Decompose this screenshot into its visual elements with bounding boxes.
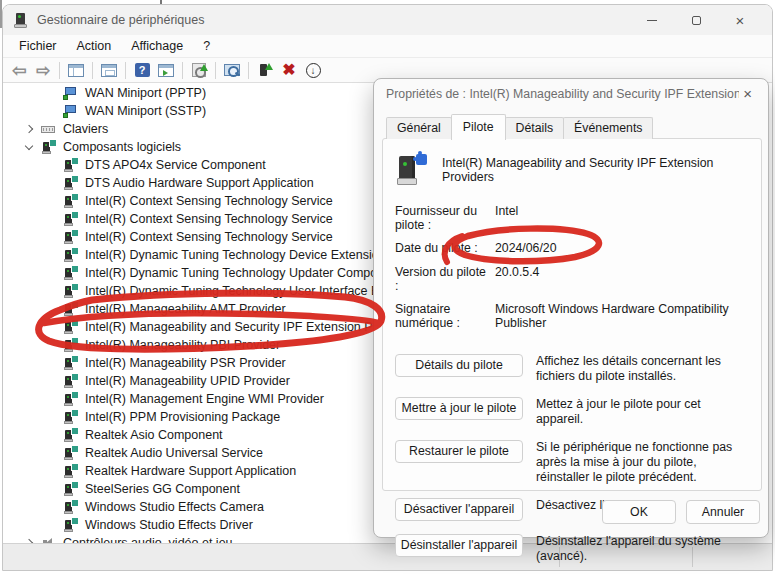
tree-item-label: Intel(R) Dynamic Tuning Technology Updat… — [85, 266, 391, 280]
toolbar-button-show-console-tree[interactable] — [64, 60, 88, 81]
toolbar-button-properties[interactable] — [97, 60, 121, 81]
tree-item-label: DTS Audio Hardware Support Application — [85, 176, 314, 190]
driver-info-row: Signataire numérique : Microsoft Windows… — [395, 302, 751, 331]
toolbar-button-forward[interactable]: ⇨ — [31, 60, 55, 81]
tree-item-label: Intel(R) Manageability AMT Provider — [85, 302, 286, 316]
action-description: Mettez à jour le pilote pour cet apparei… — [536, 397, 751, 427]
tree-item-label: Intel(R) Dynamic Tuning Technology Devic… — [85, 248, 398, 262]
toolbar-button-help[interactable]: ? — [130, 60, 154, 81]
device-header: Intel(R) Manageability and Security IPF … — [383, 139, 761, 194]
software-component-icon — [63, 428, 78, 443]
field-value: Intel — [495, 204, 743, 232]
field-value: 20.0.5.4 — [495, 265, 743, 293]
tree-item-label: SteelSeries GG Component — [85, 482, 240, 496]
field-value: 2024/06/20 — [495, 241, 743, 256]
driver-action-row: Restaurer le pilote Si le périphérique n… — [395, 440, 751, 485]
software-component-icon — [63, 356, 78, 371]
tree-item-label: Intel(R) Manageability PBI Provider — [85, 338, 280, 352]
menu-item-affichage[interactable]: Affichage — [121, 37, 193, 55]
device-icon — [395, 152, 429, 188]
network-adapter-icon — [63, 104, 78, 119]
maximize-icon — [692, 16, 701, 25]
toolbar-button-scan-hardware-changes[interactable] — [187, 60, 211, 81]
help-icon: ? — [135, 63, 150, 77]
driver-tab-page: Intel(R) Manageability and Security IPF … — [382, 138, 762, 491]
ok-button[interactable]: OK — [602, 500, 676, 524]
action-description: Si le périphérique ne fonctionne pas apr… — [536, 440, 751, 485]
field-label: Signataire numérique : — [395, 302, 491, 331]
software-component-icon — [63, 518, 78, 533]
d-sinstaller-l-appareil-button[interactable]: Désinstaller l'appareil — [395, 534, 523, 557]
toolbar-button-back[interactable]: ⇦ — [7, 60, 31, 81]
tree-item-label: WAN Miniport (SSTP) — [85, 104, 206, 118]
driver-info-row: Date du pilote : 2024/06/20 — [395, 241, 751, 256]
tree-item-label: Intel(R) Dynamic Tuning Technology User … — [85, 284, 396, 298]
disable-device-icon: ↓ — [306, 63, 321, 78]
dialog-close-button[interactable]: × — [739, 84, 756, 103]
mettre-jour-le-pilote-button[interactable]: Mettre à jour le pilote — [395, 397, 523, 420]
device-name: Intel(R) Manageability and Security IPF … — [442, 156, 751, 184]
driver-info-row: Version du pilote : 20.0.5.4 — [395, 265, 751, 293]
console-tree-icon — [68, 64, 84, 77]
tree-expander-chevron-right-icon[interactable] — [25, 125, 33, 133]
tab-d-tails[interactable]: Détails — [505, 117, 565, 139]
scan-hardware-icon — [192, 63, 206, 77]
network-adapter-icon — [63, 86, 78, 101]
toolbar-button-update-driver[interactable] — [253, 60, 277, 81]
driver-info-row: Fournisseur du pilote : Intel — [395, 204, 751, 232]
software-component-icon — [63, 320, 78, 335]
restaurer-le-pilote-button[interactable]: Restaurer le pilote — [395, 440, 523, 463]
tree-item-label: Realtek Asio Component — [85, 428, 223, 442]
software-component-icon — [63, 194, 78, 209]
menu-item-action[interactable]: Action — [67, 37, 122, 55]
tree-item-label: Intel(R) Context Sensing Technology Serv… — [85, 212, 333, 226]
device-manager-app-icon — [13, 13, 28, 28]
software-component-icon — [63, 158, 78, 173]
menu-item-fichier[interactable]: Fichier — [9, 37, 67, 55]
tab-g-n-ral[interactable]: Général — [386, 117, 452, 139]
forward-icon: ⇨ — [36, 62, 50, 79]
tree-item-label: Intel(R) Context Sensing Technology Serv… — [85, 194, 333, 208]
tab-strip: GénéralPiloteDétailsÉvénements — [386, 115, 652, 139]
software-component-icon — [63, 230, 78, 245]
keyboard-icon — [41, 122, 56, 137]
software-component-icon — [63, 464, 78, 479]
driver-info: Fournisseur du pilote : Intel Date du pi… — [383, 194, 761, 331]
dialog-title: Propriétés de : Intel(R) Manageability a… — [386, 87, 739, 101]
action-description: Affichez les détails concernant les fich… — [536, 354, 751, 384]
tree-item-label: Intel(R) Manageability UPID Provider — [85, 374, 290, 388]
tree-item-label: Realtek Hardware Support Application — [85, 464, 296, 478]
search-monitor-icon — [224, 64, 240, 76]
tree-item-label: DTS APO4x Service Component — [85, 158, 266, 172]
tree-item-label: Composants logiciels — [63, 140, 181, 154]
cancel-button[interactable]: Annuler — [686, 500, 760, 524]
maximize-button[interactable] — [674, 6, 718, 34]
tab-pilote[interactable]: Pilote — [451, 114, 506, 140]
tab-v-nements[interactable]: Événements — [563, 117, 653, 139]
toolbar-separator — [125, 62, 126, 79]
software-component-icon — [63, 446, 78, 461]
menu-item-help[interactable]: ? — [193, 37, 220, 55]
window-title: Gestionnaire de périphériques — [37, 13, 204, 27]
driver-actions: Détails du pilote Affichez les détails c… — [383, 340, 761, 564]
tree-item-label: Intel(R) Manageability PSR Provider — [85, 356, 286, 370]
tree-expander-chevron-down-icon[interactable] — [25, 143, 33, 151]
toolbar-button-search[interactable] — [220, 60, 244, 81]
update-driver-icon — [259, 63, 271, 78]
toolbar-separator — [182, 62, 183, 79]
d-sactiver-l-appareil-button[interactable]: Désactiver l'appareil — [395, 498, 523, 521]
minimize-button[interactable] — [630, 6, 674, 34]
software-component-icon — [63, 284, 78, 299]
software-component-icon — [63, 302, 78, 317]
software-component-icon — [63, 374, 78, 389]
software-component-icon — [63, 266, 78, 281]
toolbar-button-uninstall-device[interactable]: ✖ — [277, 60, 301, 81]
toolbar-button-show-action-pane[interactable] — [154, 60, 178, 81]
desktop-background: Gestionnaire de périphériques × FichierA… — [0, 0, 775, 575]
close-icon: × — [736, 13, 745, 28]
close-button[interactable]: × — [718, 6, 762, 34]
field-value: Microsoft Windows Hardware Compatibility… — [495, 302, 743, 331]
toolbar-button-disable-device[interactable]: ↓ — [301, 60, 325, 81]
d-tails-du-pilote-button[interactable]: Détails du pilote — [395, 354, 523, 377]
toolbar-separator — [248, 62, 249, 79]
